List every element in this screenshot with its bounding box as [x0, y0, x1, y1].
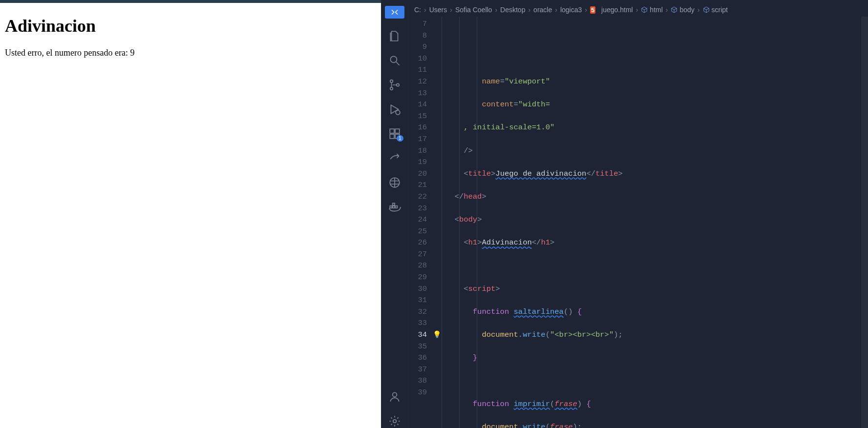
line-number: 26: [408, 237, 427, 249]
vscode-window: 1 C:› Users› Sofia Coello› Desktop› orac…: [381, 0, 868, 428]
line-number: 20: [408, 168, 427, 180]
settings-gear-icon[interactable]: [388, 414, 402, 428]
svg-rect-10: [390, 206, 392, 208]
line-number: 25: [408, 226, 427, 238]
svg-rect-12: [395, 206, 397, 208]
line-number: 10: [408, 53, 427, 65]
line-number: 22: [408, 191, 427, 203]
cube-icon: [671, 6, 677, 13]
line-number: 33: [408, 318, 427, 329]
account-icon[interactable]: [388, 390, 402, 404]
svg-rect-13: [392, 203, 394, 205]
breadcrumb-dom[interactable]: html: [641, 6, 662, 14]
breadcrumb-segment[interactable]: C:: [414, 6, 421, 14]
line-number: 11: [408, 64, 427, 76]
svg-point-0: [390, 56, 397, 62]
line-number: 15: [408, 111, 427, 122]
browser-preview-pane: Adivinacion Usted erro, el numero pensad…: [0, 0, 381, 428]
breadcrumb-segment[interactable]: oracle: [533, 6, 552, 14]
explorer-icon[interactable]: [388, 29, 402, 43]
cube-icon: [641, 6, 648, 13]
preview-message: Usted erro, el numero pensado era: 9: [5, 48, 376, 58]
line-number-gutter: 7891011121314151617181920212223242526272…: [408, 17, 432, 428]
line-number: 27: [408, 249, 427, 261]
breadcrumbs-bar: C:› Users› Sofia Coello› Desktop› oracle…: [408, 3, 868, 17]
line-number: 38: [408, 375, 427, 387]
line-number: 23: [408, 203, 427, 215]
code-content[interactable]: name="viewport" content="width= , initia…: [442, 17, 861, 428]
extensions-icon[interactable]: 1: [388, 127, 402, 141]
source-control-icon[interactable]: [388, 78, 402, 92]
svg-point-4: [396, 110, 400, 115]
svg-point-3: [396, 83, 399, 86]
extensions-badge: 1: [397, 135, 403, 142]
line-number: 39: [408, 387, 427, 399]
activity-bar: 1: [381, 3, 408, 428]
editor-column: C:› Users› Sofia Coello› Desktop› oracle…: [408, 3, 868, 428]
docker-icon[interactable]: [388, 200, 402, 214]
code-editor[interactable]: 7891011121314151617181920212223242526272…: [408, 17, 868, 428]
line-number: 30: [408, 284, 427, 295]
svg-point-2: [390, 87, 392, 90]
svg-point-15: [393, 420, 396, 423]
line-number: 12: [408, 76, 427, 88]
line-number: 13: [408, 88, 427, 100]
line-number: 21: [408, 180, 427, 191]
glyph-margin: 💡: [432, 17, 442, 428]
line-number: 34: [408, 329, 427, 341]
cube-icon: [703, 6, 710, 13]
line-number: 14: [408, 99, 427, 111]
line-number: 36: [408, 352, 427, 364]
breadcrumb-dom[interactable]: body: [671, 6, 694, 14]
breadcrumb-file[interactable]: 5 juego.html: [590, 6, 633, 14]
editor-scrollbar[interactable]: [861, 17, 868, 428]
preview-heading: Adivinacion: [5, 16, 376, 36]
breadcrumb-dom[interactable]: script: [703, 6, 728, 14]
line-number: 31: [408, 295, 427, 306]
breadcrumb-segment[interactable]: Users: [429, 6, 447, 14]
search-icon[interactable]: [388, 54, 402, 67]
line-number: 8: [408, 30, 427, 42]
run-debug-icon[interactable]: [388, 102, 402, 116]
svg-rect-5: [390, 129, 394, 133]
share-icon[interactable]: [388, 151, 402, 165]
line-number: 19: [408, 157, 427, 168]
svg-point-1: [390, 80, 392, 82]
line-number: 24: [408, 214, 427, 226]
line-number: 16: [408, 122, 427, 134]
line-number: 37: [408, 364, 427, 376]
line-number: 32: [408, 306, 427, 318]
line-number: 29: [408, 272, 427, 284]
line-number: 9: [408, 41, 427, 53]
html5-icon: 5: [590, 6, 595, 14]
live-server-icon[interactable]: [388, 176, 402, 189]
remote-indicator-button[interactable]: [385, 6, 404, 19]
line-number: 18: [408, 145, 427, 157]
line-number: 7: [408, 19, 427, 30]
breadcrumb-segment[interactable]: Sofia Coello: [455, 6, 492, 14]
line-number: 35: [408, 341, 427, 353]
lightbulb-icon[interactable]: 💡: [433, 329, 441, 341]
svg-point-14: [392, 392, 397, 397]
svg-rect-11: [392, 206, 394, 208]
breadcrumb-segment[interactable]: Desktop: [500, 6, 525, 14]
svg-rect-6: [395, 129, 400, 133]
line-number: 28: [408, 260, 427, 272]
breadcrumb-segment[interactable]: logica3: [560, 6, 582, 14]
svg-rect-7: [390, 134, 394, 139]
line-number: 17: [408, 134, 427, 145]
